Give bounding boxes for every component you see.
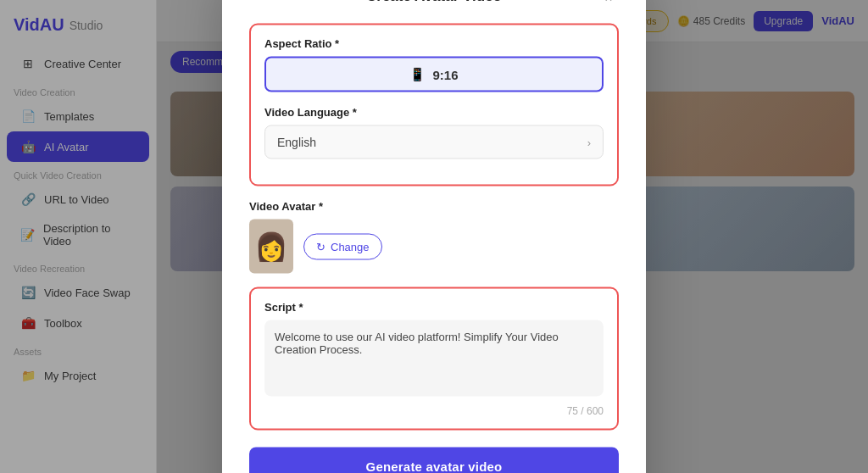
video-avatar-label: Video Avatar *: [249, 200, 619, 213]
language-select[interactable]: English ›: [264, 125, 604, 159]
avatar-emoji: 👩: [254, 231, 288, 263]
modal-header: Create Avatar Video ×: [249, 0, 619, 5]
script-section: Script * 75 / 600: [249, 287, 619, 431]
change-icon: ↻: [316, 240, 326, 253]
script-label: Script *: [264, 301, 604, 314]
change-label: Change: [331, 240, 370, 253]
aspect-ratio-value: 9:16: [432, 67, 458, 81]
video-avatar-section: Video Avatar * 👩 ↻ Change: [249, 200, 619, 274]
modal-close-button[interactable]: ×: [598, 0, 619, 8]
aspect-ratio-section: Aspect Ratio * 📱 9:16: [264, 37, 604, 92]
language-value: English: [277, 136, 316, 149]
avatar-image: 👩: [249, 220, 293, 274]
aspect-language-section: Aspect Ratio * 📱 9:16 Video Language * E…: [249, 24, 619, 186]
create-avatar-modal: Create Avatar Video × Aspect Ratio * 📱 9…: [222, 0, 646, 473]
script-counter: 75 / 600: [264, 405, 604, 417]
aspect-ratio-label: Aspect Ratio *: [264, 37, 604, 50]
video-language-section: Video Language * English ›: [264, 106, 604, 159]
change-avatar-button[interactable]: ↻ Change: [303, 233, 382, 259]
video-language-label: Video Language *: [264, 106, 604, 119]
chevron-right-icon: ›: [587, 136, 591, 148]
avatar-preview: 👩 ↻ Change: [249, 220, 619, 274]
aspect-ratio-button[interactable]: 📱 9:16: [264, 57, 604, 92]
script-input[interactable]: [264, 320, 604, 397]
aspect-ratio-icon: 📱: [409, 67, 426, 82]
modal-title: Create Avatar Video: [366, 0, 502, 4]
generate-avatar-video-button[interactable]: Generate avatar video: [249, 448, 619, 474]
